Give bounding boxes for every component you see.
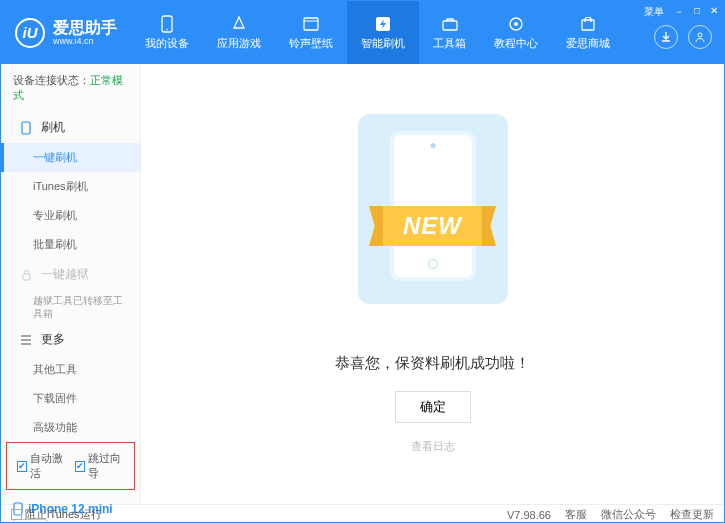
book-icon — [507, 15, 525, 33]
phone-illustration: NEW — [358, 114, 508, 304]
sidebar-item-download-firmware[interactable]: 下载固件 — [1, 384, 140, 413]
sidebar-item-other-tools[interactable]: 其他工具 — [1, 355, 140, 384]
minimize-button[interactable]: － — [674, 5, 684, 19]
store-icon — [579, 15, 597, 33]
tab-ringtone[interactable]: 铃声壁纸 — [275, 1, 347, 64]
sidebar-item-pro-flash[interactable]: 专业刷机 — [1, 201, 140, 230]
sidebar-item-oneclick-flash[interactable]: 一键刷机 — [1, 143, 140, 172]
check-update-link[interactable]: 检查更新 — [670, 507, 714, 522]
svg-point-8 — [698, 33, 702, 37]
tab-smart-flash[interactable]: 智能刷机 — [347, 1, 419, 64]
nav-tabs: 我的设备 应用游戏 铃声壁纸 智能刷机 工具箱 教程中心 爱思商城 — [131, 1, 724, 64]
flash-icon — [374, 15, 392, 33]
app-title: 爱思助手 — [53, 19, 117, 37]
logo-icon: iU — [15, 18, 45, 48]
logo-area: iU 爱思助手 www.i4.cn — [1, 18, 131, 48]
svg-rect-10 — [23, 274, 30, 280]
support-link[interactable]: 客服 — [565, 507, 587, 522]
app-site: www.i4.cn — [53, 36, 117, 46]
svg-rect-9 — [22, 122, 30, 134]
sidebar-item-batch-flash[interactable]: 批量刷机 — [1, 230, 140, 259]
close-button[interactable]: ✕ — [710, 5, 718, 19]
user-button[interactable] — [688, 25, 712, 49]
svg-point-6 — [514, 22, 518, 26]
sidebar-cat-flash[interactable]: 刷机 — [1, 112, 140, 143]
svg-rect-2 — [304, 18, 318, 30]
tab-store[interactable]: 爱思商城 — [552, 1, 624, 64]
skip-guide-checkbox[interactable]: ✔跳过向导 — [75, 451, 125, 481]
phone-icon — [158, 15, 176, 33]
wechat-link[interactable]: 微信公众号 — [601, 507, 656, 522]
version-label: V7.98.66 — [507, 509, 551, 521]
menu-lines-icon — [19, 333, 33, 347]
maximize-button[interactable]: □ — [694, 5, 700, 19]
sidebar-item-itunes-flash[interactable]: iTunes刷机 — [1, 172, 140, 201]
new-banner: NEW — [383, 206, 482, 246]
svg-rect-7 — [582, 20, 594, 30]
window-controls: 菜单 － □ ✕ — [644, 5, 718, 19]
auto-activate-checkbox[interactable]: ✔自动激活 — [17, 451, 67, 481]
jailbreak-notice: 越狱工具已转移至工具箱 — [1, 290, 140, 324]
connection-status: 设备连接状态：正常模式 — [1, 64, 140, 112]
tab-toolbox[interactable]: 工具箱 — [419, 1, 480, 64]
tab-apps[interactable]: 应用游戏 — [203, 1, 275, 64]
sidebar-item-advanced[interactable]: 高级功能 — [1, 413, 140, 442]
main-content: NEW 恭喜您，保资料刷机成功啦！ 确定 查看日志 — [141, 64, 724, 504]
success-message: 恭喜您，保资料刷机成功啦！ — [335, 354, 530, 373]
phone-icon — [19, 121, 33, 135]
svg-point-1 — [166, 28, 168, 30]
options-box: ✔自动激活 ✔跳过向导 — [6, 442, 135, 490]
toolbox-icon — [441, 15, 459, 33]
ok-button[interactable]: 确定 — [395, 391, 471, 423]
lock-icon — [19, 268, 33, 282]
download-button[interactable] — [654, 25, 678, 49]
view-log-link[interactable]: 查看日志 — [411, 439, 455, 454]
tab-my-device[interactable]: 我的设备 — [131, 1, 203, 64]
menu-icon[interactable]: 菜单 — [644, 5, 664, 19]
svg-rect-4 — [443, 21, 457, 30]
app-header: iU 爱思助手 www.i4.cn 我的设备 应用游戏 铃声壁纸 智能刷机 工具… — [1, 1, 724, 64]
block-itunes-checkbox[interactable]: 阻止iTunes运行 — [11, 507, 102, 522]
apps-icon — [230, 15, 248, 33]
sidebar-cat-more[interactable]: 更多 — [1, 324, 140, 355]
tab-tutorial[interactable]: 教程中心 — [480, 1, 552, 64]
sidebar-cat-jailbreak: 一键越狱 — [1, 259, 140, 290]
sidebar: 设备连接状态：正常模式 刷机 一键刷机 iTunes刷机 专业刷机 批量刷机 一… — [1, 64, 141, 504]
media-icon — [302, 15, 320, 33]
